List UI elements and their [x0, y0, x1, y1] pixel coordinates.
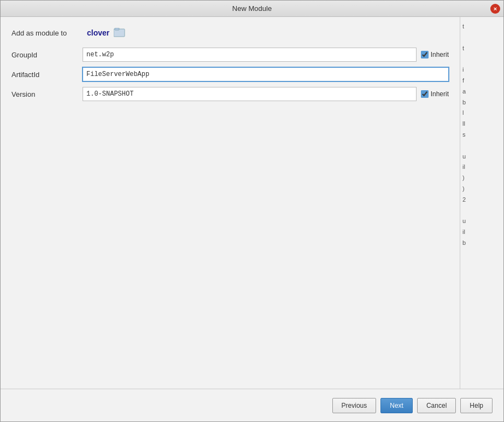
version-row: Version Inherit — [11, 87, 449, 101]
content-spacer — [11, 107, 449, 378]
right-panel: ttifablllsuil))2uilb — [460, 17, 503, 389]
close-button[interactable]: × — [490, 4, 500, 14]
add-as-module-value: clover — [87, 28, 109, 37]
next-button[interactable]: Next — [380, 398, 413, 413]
footer: Previous Next Cancel Help — [1, 389, 503, 421]
add-as-module-row: Add as module to clover — [11, 28, 449, 38]
svg-rect-1 — [115, 28, 119, 30]
artifact-id-label: ArtifactId — [11, 71, 83, 79]
group-id-row: GroupId Inherit — [11, 48, 449, 62]
cancel-button[interactable]: Cancel — [417, 398, 456, 413]
version-input[interactable] — [83, 87, 417, 101]
group-id-label: GroupId — [11, 51, 83, 59]
group-id-inherit-label: Inherit — [431, 51, 449, 58]
group-id-inherit-checkbox[interactable] — [421, 51, 429, 58]
version-label: Version — [11, 90, 83, 98]
dialog-title: New Module — [232, 4, 272, 13]
version-inherit-checkbox[interactable] — [421, 90, 429, 98]
help-button[interactable]: Help — [460, 398, 493, 413]
main-panel: Add as module to clover GroupId Inherit — [1, 17, 460, 389]
artifact-id-row: ArtifactId — [11, 67, 449, 81]
artifact-id-input[interactable] — [83, 67, 449, 81]
new-module-dialog: New Module × Add as module to clover Gro… — [0, 0, 504, 422]
module-icon — [114, 28, 127, 38]
title-bar: New Module × — [1, 1, 503, 17]
group-id-inherit-container: Inherit — [421, 51, 449, 58]
group-id-input[interactable] — [83, 48, 417, 62]
version-inherit-container: Inherit — [421, 90, 449, 98]
content-area: Add as module to clover GroupId Inherit — [1, 17, 503, 389]
add-as-module-label: Add as module to — [11, 29, 83, 37]
previous-button[interactable]: Previous — [332, 398, 377, 413]
right-panel-text: ttifablllsuil))2uilb — [462, 21, 501, 249]
version-inherit-label: Inherit — [431, 90, 449, 98]
